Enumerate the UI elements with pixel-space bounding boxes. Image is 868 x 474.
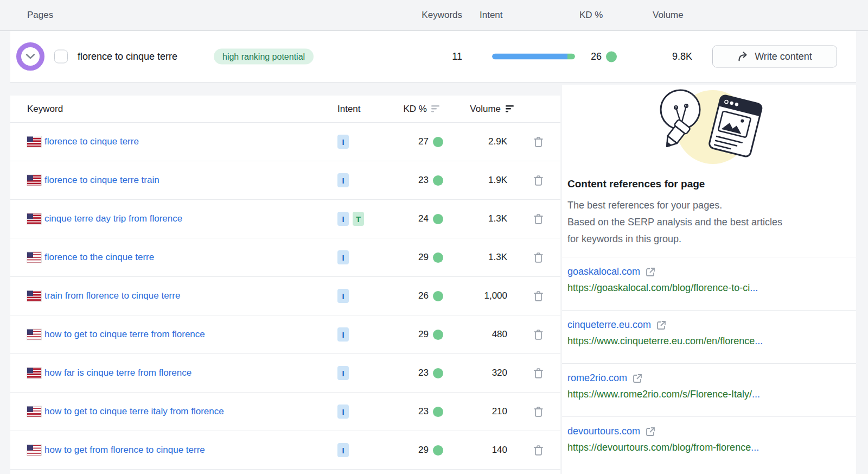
- keyword-table: Keyword Intent KD % Volume florence to c…: [10, 96, 560, 474]
- reference-item: rome2rio.com https://www.rome2rio.com/s/…: [562, 363, 856, 416]
- keyword-link[interactable]: how to get to cinque terre from florence: [44, 329, 205, 340]
- write-content-button[interactable]: Write content: [712, 46, 837, 68]
- intent-badge-i: I: [337, 135, 349, 149]
- flag-canton: [27, 252, 33, 258]
- intent-badge-i: I: [337, 289, 349, 303]
- delete-keyword-button[interactable]: [532, 327, 545, 342]
- kd-value: 27: [418, 136, 429, 147]
- references-description: The best references for your pages. Base…: [567, 197, 795, 248]
- keyword-link[interactable]: florence to cinque terre train: [44, 175, 159, 186]
- keyword-link[interactable]: how to get to cinque terre italy from fl…: [44, 406, 224, 417]
- kd-value: 23: [418, 406, 429, 417]
- references-title: Content references for page: [567, 178, 705, 190]
- table-row: how to get from florence to cinque terre…: [10, 431, 560, 470]
- us-flag-icon: [27, 252, 41, 263]
- reference-domain-link[interactable]: devourtours.com: [567, 426, 640, 437]
- reference-url-text: https://www.rome2rio.com/s/Florence-Ital…: [567, 389, 752, 400]
- references-description-rest: Based on the SERP analysis and the best …: [567, 214, 795, 248]
- kd-cell: 29: [418, 445, 443, 456]
- keyword-link[interactable]: cinque terre day trip from florence: [44, 213, 182, 224]
- flag-canton: [27, 214, 33, 219]
- kd-score-dot: [606, 51, 617, 62]
- intent-badges: I: [337, 443, 349, 457]
- external-link-icon[interactable]: [645, 267, 656, 277]
- delete-keyword-button[interactable]: [532, 366, 545, 380]
- trash-icon: [533, 445, 544, 456]
- table-row: how to get to cinque terre from florence…: [10, 315, 560, 354]
- trash-icon: [533, 406, 544, 418]
- volume-sort-header[interactable]: Volume: [470, 104, 514, 115]
- us-flag-icon: [27, 291, 41, 301]
- delete-keyword-button[interactable]: [532, 135, 545, 149]
- keyword-link[interactable]: how far is cinque terre from florence: [44, 368, 192, 378]
- page-kd-value: 26: [591, 51, 602, 62]
- reference-domain-row: rome2rio.com: [567, 372, 843, 384]
- volume-value: 1.3K: [488, 252, 507, 263]
- trash-icon: [533, 290, 544, 302]
- content-references-illustration: [653, 86, 778, 168]
- reference-domain-link[interactable]: cinqueterre.eu.com: [567, 319, 651, 331]
- keyword-link[interactable]: train from florence to cinque terre: [44, 290, 180, 301]
- delete-keyword-button[interactable]: [532, 173, 545, 187]
- reference-item: goaskalocal.com https://goaskalocal.com/…: [562, 257, 856, 310]
- reference-url: https://devourtours.com/blog/from-floren…: [567, 442, 843, 453]
- page-kd-cell: 26: [591, 51, 617, 62]
- kd-sort-header[interactable]: KD %: [404, 104, 439, 115]
- volume-header-label: Volume: [470, 104, 501, 115]
- page-checkbox[interactable]: [54, 50, 68, 64]
- reference-url-ellipsis: ...: [755, 336, 763, 346]
- keyword-link[interactable]: florence to the cinque terre: [44, 252, 154, 263]
- intent-bar-transactional-segment: [567, 54, 575, 60]
- reference-url-ellipsis: ...: [751, 442, 759, 453]
- delete-keyword-button[interactable]: [532, 405, 545, 419]
- flag-canton: [27, 445, 33, 451]
- kd-value: 29: [418, 329, 429, 340]
- reference-domain-link[interactable]: rome2rio.com: [567, 372, 627, 384]
- kd-score-dot: [433, 252, 443, 263]
- external-link-icon[interactable]: [645, 426, 656, 437]
- external-link-icon[interactable]: [656, 320, 667, 331]
- volume-value: 140: [492, 445, 507, 456]
- expand-toggle-button[interactable]: [16, 42, 44, 71]
- reference-domain-row: goaskalocal.com: [567, 266, 843, 277]
- us-flag-icon: [27, 330, 41, 340]
- table-row: florence to the cinque terre I 29 1.3K: [10, 238, 560, 277]
- flag-canton: [27, 175, 33, 181]
- us-flag-icon: [27, 445, 41, 456]
- keyword-link[interactable]: how to get from florence to cinque terre: [44, 445, 205, 456]
- reference-domain-row: devourtours.com: [567, 426, 843, 437]
- intent-distribution-bar: [492, 54, 575, 60]
- intent-badge-i: I: [337, 212, 349, 226]
- intent-badges: I: [337, 250, 349, 264]
- kd-cell: 27: [418, 136, 443, 147]
- reference-url: https://goaskalocal.com/blog/florence-to…: [567, 282, 843, 294]
- kd-value: 23: [418, 175, 429, 186]
- reference-domain-link[interactable]: goaskalocal.com: [567, 266, 640, 277]
- references-description-line1: The best references for your pages.: [567, 197, 795, 214]
- delete-keyword-button[interactable]: [532, 443, 545, 457]
- write-content-label: Write content: [755, 51, 812, 62]
- trash-icon: [533, 213, 544, 225]
- intent-badge-i: I: [337, 366, 349, 380]
- sort-descending-icon: [431, 105, 439, 112]
- kd-cell: 29: [418, 329, 443, 340]
- flag-canton: [27, 137, 33, 142]
- arrow-curve-right-icon: [737, 52, 749, 62]
- intent-badge-i: I: [337, 327, 349, 342]
- external-link-icon[interactable]: [632, 373, 643, 384]
- flag-canton: [27, 407, 33, 412]
- intent-column-label: Intent: [480, 10, 503, 21]
- kd-score-dot: [433, 407, 443, 417]
- keywords-count: 11: [452, 51, 462, 62]
- kd-cell: 24: [418, 213, 443, 224]
- delete-keyword-button[interactable]: [532, 212, 545, 226]
- reference-domain-row: cinqueterre.eu.com: [567, 319, 843, 331]
- content-references-panel: Content references for page The best ref…: [562, 85, 856, 474]
- kd-score-dot: [433, 330, 443, 340]
- us-flag-icon: [27, 214, 41, 224]
- keyword-link[interactable]: florence to cinque terre: [44, 136, 139, 147]
- delete-keyword-button[interactable]: [532, 250, 545, 264]
- delete-keyword-button[interactable]: [532, 289, 545, 303]
- references-list: goaskalocal.com https://goaskalocal.com/…: [562, 257, 856, 470]
- reference-url-ellipsis: ...: [752, 389, 760, 400]
